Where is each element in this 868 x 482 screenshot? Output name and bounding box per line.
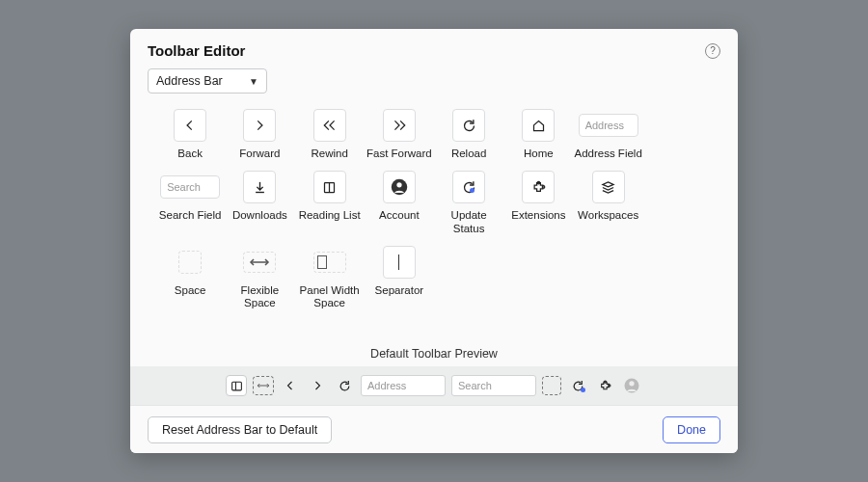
rewind-icon xyxy=(313,109,346,142)
preview-panel-toggle[interactable] xyxy=(226,375,247,396)
preview-account[interactable] xyxy=(621,375,642,396)
panel-width-space-icon xyxy=(313,252,346,273)
preview-extensions[interactable] xyxy=(594,375,615,396)
page-title: Toolbar Editor xyxy=(148,42,245,59)
tool-workspaces[interactable]: Workspaces xyxy=(574,171,643,236)
svg-point-16 xyxy=(629,381,634,386)
tool-downloads[interactable]: Downloads xyxy=(225,171,294,236)
svg-rect-10 xyxy=(231,382,241,390)
tool-address-field[interactable]: Address Address Field xyxy=(574,109,643,161)
tool-rewind[interactable]: Rewind xyxy=(295,109,365,161)
tool-back[interactable]: Back xyxy=(155,109,225,161)
home-icon xyxy=(522,109,555,142)
tool-extensions[interactable]: Extensions xyxy=(503,171,573,236)
separator-icon xyxy=(383,246,416,279)
preview-update-status[interactable] xyxy=(567,375,588,396)
header: Toolbar Editor ? xyxy=(130,29,738,65)
preview-back[interactable] xyxy=(280,375,301,396)
address-field-preview: Address xyxy=(579,114,638,137)
preview-space[interactable] xyxy=(542,376,561,395)
tool-account[interactable]: Account xyxy=(365,171,434,236)
preview-heading: Default Toolbar Preview xyxy=(130,339,738,366)
tool-reload[interactable]: Reload xyxy=(434,109,503,161)
svg-point-14 xyxy=(608,384,610,386)
default-toolbar-preview: Address Search xyxy=(130,366,738,405)
tool-fast-forward[interactable]: Fast Forward xyxy=(365,109,434,161)
preview-address-field[interactable]: Address xyxy=(361,375,446,396)
account-icon xyxy=(383,171,416,203)
preview-flexible-space[interactable] xyxy=(253,376,274,395)
chevron-down-icon: ▼ xyxy=(249,76,258,87)
preview-reload[interactable] xyxy=(334,375,355,396)
tool-home[interactable]: Home xyxy=(503,109,573,161)
flexible-space-icon xyxy=(243,252,276,273)
reload-icon xyxy=(452,109,485,142)
svg-marker-8 xyxy=(603,181,613,186)
reading-list-icon xyxy=(313,171,346,203)
downloads-icon xyxy=(243,171,276,203)
fast-forward-icon xyxy=(383,109,416,142)
tool-separator[interactable]: Separator xyxy=(365,246,434,311)
workspaces-icon xyxy=(592,171,625,203)
target-toolbar-select[interactable]: Address Bar ▼ xyxy=(148,68,267,94)
extensions-icon xyxy=(522,171,555,203)
tool-space[interactable]: Space xyxy=(155,246,225,311)
done-button[interactable]: Done xyxy=(663,416,720,443)
tool-flexible-space[interactable]: Flexible Space xyxy=(225,246,294,311)
tool-forward[interactable]: Forward xyxy=(225,109,294,161)
tool-panel-width-space[interactable]: Panel Width Space xyxy=(295,246,365,311)
help-icon[interactable]: ? xyxy=(705,43,720,59)
back-icon xyxy=(174,109,206,142)
update-status-icon xyxy=(452,171,485,203)
preview-forward[interactable] xyxy=(307,375,328,396)
space-icon xyxy=(178,251,202,274)
target-toolbar-row: Address Bar ▼ xyxy=(130,65,738,103)
forward-icon xyxy=(243,109,276,142)
footer: Reset Address Bar to Default Done xyxy=(130,405,738,453)
svg-point-5 xyxy=(396,182,401,187)
target-toolbar-value: Address Bar xyxy=(156,74,223,88)
tool-reading-list[interactable]: Reading List xyxy=(295,171,365,236)
tool-palette: Back Forward Rewind Fast Forward xyxy=(130,103,738,339)
reset-button[interactable]: Reset Address Bar to Default xyxy=(148,416,332,443)
search-field-preview: Search xyxy=(160,175,220,199)
tool-update-status[interactable]: Update Status xyxy=(434,171,503,236)
tool-search-field[interactable]: Search Search Field xyxy=(155,171,225,236)
preview-search-field[interactable]: Search xyxy=(451,375,536,396)
toolbar-editor-window: Toolbar Editor ? Address Bar ▼ Back Forw… xyxy=(130,29,738,453)
